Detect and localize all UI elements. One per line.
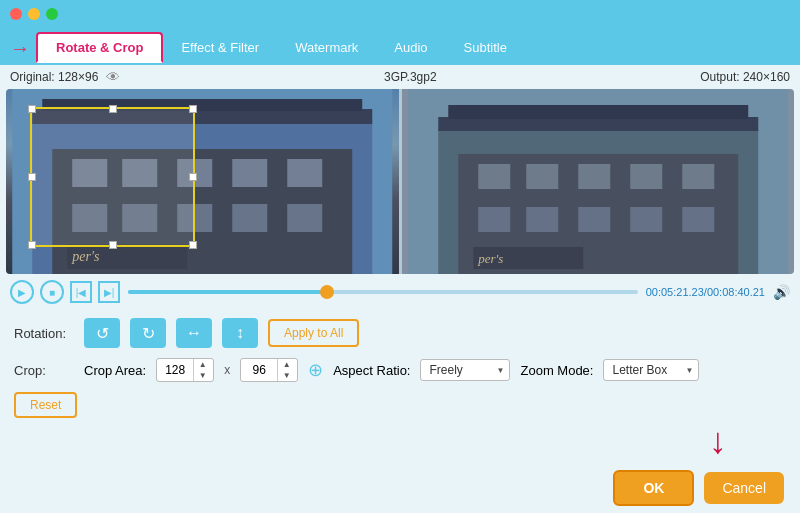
tab-watermark[interactable]: Watermark [277,34,376,61]
video-preview-svg-right: per's [402,89,795,274]
crop-height-up[interactable]: ▲ [278,359,295,370]
timeline-area: ▶ ■ |◀ ▶| 00:05:21.23/00:08:40.21 🔊 [0,274,800,310]
svg-rect-24 [682,164,714,189]
crop-handle-ml[interactable] [28,173,36,181]
filename-label: 3GP.3gp2 [384,70,437,84]
aspect-ratio-select-wrapper: Freely 16:9 4:3 1:1 [420,359,510,381]
crop-row: Crop: Crop Area: ▲ ▼ x ▲ ▼ ⊕ Aspect Rati… [14,358,786,382]
volume-icon[interactable]: 🔊 [773,284,790,300]
crop-width-up[interactable]: ▲ [194,359,211,370]
link-dimensions-icon[interactable]: ⊕ [308,359,323,381]
rotation-label: Rotation: [14,326,74,341]
title-bar [0,0,800,28]
svg-rect-26 [526,207,558,232]
tab-rotate-crop[interactable]: Rotate & Crop [36,32,163,63]
crop-handle-mr[interactable] [189,173,197,181]
maximize-button[interactable] [46,8,58,20]
zoom-mode-select-wrapper: Letter Box Pan & Scan Full [603,359,699,381]
svg-rect-32 [438,117,758,131]
crop-handle-bl[interactable] [28,241,36,249]
svg-text:per's: per's [71,249,100,264]
video-right-panel: per's [402,89,795,274]
ok-arrow-indicator: ↓ [709,423,727,459]
svg-rect-25 [478,207,510,232]
video-preview-area: per's [6,89,794,274]
apply-to-all-button[interactable]: Apply to All [268,319,359,347]
crop-handle-bm[interactable] [109,241,117,249]
svg-rect-23 [630,164,662,189]
tab-effect-filter[interactable]: Effect & Filter [163,34,277,61]
bottom-bar: OK Cancel [0,463,800,513]
crop-label: Crop: [14,363,74,378]
crop-width-input[interactable] [157,359,193,381]
rotation-row: Rotation: ↺ ↻ ↔ ↕ Apply to All [14,318,786,348]
info-bar: Original: 128×96 👁 3GP.3gp2 Output: 240×… [0,65,800,89]
timeline-thumb[interactable] [320,285,334,299]
svg-rect-11 [232,204,267,232]
crop-x-separator: x [224,363,230,377]
controls-area: Rotation: ↺ ↻ ↔ ↕ Apply to All Crop: Cro… [0,310,800,426]
video-left-panel: per's [6,89,399,274]
svg-rect-33 [448,105,748,119]
svg-rect-21 [526,164,558,189]
zoom-mode-select[interactable]: Letter Box Pan & Scan Full [603,359,699,381]
rotate-cw-button[interactable]: ↻ [130,318,166,348]
tab-audio[interactable]: Audio [376,34,445,61]
crop-handle-tm[interactable] [109,105,117,113]
svg-text:per's: per's [477,251,503,266]
tab-arrow-icon: → [10,38,30,58]
info-left: Original: 128×96 👁 [10,69,120,85]
prev-frame-button[interactable]: |◀ [70,281,92,303]
play-controls: ▶ ■ |◀ ▶| [10,280,120,304]
svg-rect-7 [287,159,322,187]
aspect-ratio-select[interactable]: Freely 16:9 4:3 1:1 [420,359,510,381]
flip-vertical-button[interactable]: ↕ [222,318,258,348]
svg-rect-12 [287,204,322,232]
crop-height-input[interactable] [241,359,277,381]
total-time: 00:08:40.21 [707,286,765,298]
svg-rect-29 [682,207,714,232]
crop-area-label: Crop Area: [84,363,146,378]
crop-width-down[interactable]: ▼ [194,370,211,381]
tab-bar: → Rotate & Crop Effect & Filter Watermar… [0,28,800,65]
tab-subtitle[interactable]: Subtitle [446,34,525,61]
crop-selection-box[interactable] [30,107,195,247]
output-size-label: Output: 240×160 [700,70,790,84]
current-time: 00:05:21.23 [646,286,704,298]
rotate-ccw-button[interactable]: ↺ [84,318,120,348]
crop-width-input-wrapper: ▲ ▼ [156,358,214,382]
svg-rect-22 [578,164,610,189]
next-frame-button[interactable]: ▶| [98,281,120,303]
crop-handle-br[interactable] [189,241,197,249]
timeline-fill [128,290,327,294]
svg-rect-28 [630,207,662,232]
svg-rect-6 [232,159,267,187]
svg-rect-27 [578,207,610,232]
cancel-button[interactable]: Cancel [704,472,784,504]
play-button[interactable]: ▶ [10,280,34,304]
crop-handle-tl[interactable] [28,105,36,113]
crop-width-spinners: ▲ ▼ [193,359,211,381]
close-button[interactable] [10,8,22,20]
window-controls [10,8,58,20]
stop-button[interactable]: ■ [40,280,64,304]
minimize-button[interactable] [28,8,40,20]
flip-horizontal-button[interactable]: ↔ [176,318,212,348]
zoom-mode-label: Zoom Mode: [520,363,593,378]
reset-row: Reset [14,392,786,418]
crop-height-spinners: ▲ ▼ [277,359,295,381]
aspect-ratio-label: Aspect Ratio: [333,363,410,378]
ok-button[interactable]: OK [613,470,694,506]
crop-height-input-wrapper: ▲ ▼ [240,358,298,382]
reset-button[interactable]: Reset [14,392,77,418]
original-size-label: Original: 128×96 [10,70,98,84]
crop-height-down[interactable]: ▼ [278,370,295,381]
eye-icon[interactable]: 👁 [106,69,120,85]
svg-rect-20 [478,164,510,189]
crop-handle-tr[interactable] [189,105,197,113]
timeline-track[interactable] [128,290,638,294]
time-display: 00:05:21.23/00:08:40.21 [646,286,765,298]
